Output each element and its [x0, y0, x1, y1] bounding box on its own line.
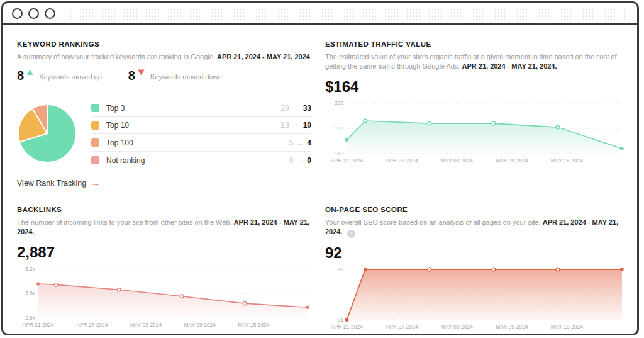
svg-text:MAY 03 2024: MAY 03 2024	[130, 322, 162, 328]
svg-text:MAY 15 2024: MAY 15 2024	[551, 324, 584, 330]
date-range: APR 21, 2024 - MAY 21, 2024.	[462, 62, 557, 70]
pie-legend: Top 3 29→33 Top 10 13→10 Top 100 5→4	[91, 99, 311, 169]
panel-description: Your overall SEO score based on an analy…	[325, 218, 626, 238]
seo-score-chart: 9291APR 21 2024APR 27 2024MAY 03 2024MAY…	[325, 264, 626, 330]
svg-text:APR 27 2024: APR 27 2024	[386, 324, 418, 330]
window-titlebar	[3, 3, 637, 25]
panel-title: ON-PAGE SEO SCORE	[325, 206, 626, 213]
backlinks-count: 2,887	[17, 244, 311, 261]
window-control-icon[interactable]	[45, 8, 55, 19]
panel-description: The number of incoming links to your sit…	[17, 218, 311, 237]
svg-text:160: 160	[335, 150, 344, 157]
panel-estimated-traffic-value: ESTIMATED TRAFFIC VALUE The estimated va…	[325, 40, 626, 188]
date-range: APR 21, 2024 - MAY 21, 2024	[217, 53, 310, 60]
panel-description: A summary of how your tracked keywords a…	[17, 52, 311, 62]
backlinks-chart: 3.2k3.0k2.8kAPR 21 2024APR 27 2024MAY 03…	[17, 264, 311, 329]
triangle-down-icon	[138, 69, 145, 75]
legend-row-top100: Top 100 5→4	[91, 134, 311, 152]
svg-text:MAY 09 2024: MAY 09 2024	[496, 324, 528, 330]
keyword-rankings-pie-chart	[17, 103, 77, 164]
arrow-right-icon: →	[293, 156, 307, 165]
svg-text:MAY 15 2024: MAY 15 2024	[551, 157, 584, 164]
keyword-movement-stats: 8 Keywords moved up 8 Keywords moved dow…	[17, 69, 311, 82]
svg-text:APR 27 2024: APR 27 2024	[386, 157, 418, 164]
svg-text:APR 27 2024: APR 27 2024	[76, 322, 108, 328]
svg-text:91: 91	[338, 317, 344, 323]
panel-description: The estimated value of your site's organ…	[325, 52, 626, 72]
legend-swatch	[91, 138, 99, 147]
panel-onpage-seo-score: ON-PAGE SEO SCORE Your overall SEO score…	[325, 206, 626, 335]
arrow-right-icon: →	[293, 138, 307, 147]
svg-text:3.2k: 3.2k	[25, 266, 36, 272]
address-bar-placeholder	[69, 7, 627, 20]
dashboard-grid: KEYWORD RANKINGS A summary of how your t…	[3, 25, 637, 335]
svg-text:APR 21 2024: APR 21 2024	[331, 157, 363, 164]
traffic-value-chart: 200180160APR 21 2024APR 27 2024MAY 03 20…	[325, 98, 626, 164]
svg-text:MAY 03 2024: MAY 03 2024	[441, 324, 474, 330]
legend-swatch	[91, 121, 99, 130]
stat-moved-up: 8 Keywords moved up	[17, 69, 102, 82]
legend-swatch	[91, 156, 99, 164]
stat-moved-down: 8 Keywords moved down	[128, 69, 222, 82]
panel-backlinks: BACKLINKS The number of incoming links t…	[17, 206, 311, 335]
panel-title: BACKLINKS	[17, 206, 311, 213]
help-icon[interactable]: ?	[347, 230, 355, 238]
svg-text:92: 92	[338, 266, 344, 273]
svg-text:MAY 15 2024: MAY 15 2024	[238, 322, 269, 328]
panel-keyword-rankings: KEYWORD RANKINGS A summary of how your t…	[17, 40, 311, 188]
arrow-right-icon: →	[289, 104, 303, 113]
legend-row-top10: Top 10 13→10	[91, 117, 311, 135]
panel-title: ESTIMATED TRAFFIC VALUE	[325, 40, 626, 48]
svg-text:180: 180	[335, 125, 344, 132]
svg-text:3.0k: 3.0k	[25, 290, 36, 296]
legend-row-top3: Top 3 29→33	[91, 99, 311, 117]
browser-window: KEYWORD RANKINGS A summary of how your t…	[1, 1, 639, 335]
panel-title: KEYWORD RANKINGS	[17, 40, 311, 48]
svg-text:200: 200	[335, 100, 344, 106]
window-control-icon[interactable]	[28, 8, 39, 19]
seo-score-value: 92	[325, 244, 626, 262]
window-control-icon[interactable]	[12, 8, 23, 19]
svg-text:APR 21 2024: APR 21 2024	[331, 324, 363, 330]
divider	[17, 91, 311, 91]
svg-text:MAY 09 2024: MAY 09 2024	[184, 322, 216, 328]
svg-text:MAY 03 2024: MAY 03 2024	[441, 157, 474, 164]
triangle-up-icon	[26, 69, 33, 75]
view-rank-tracking-link[interactable]: View Rank Tracking →	[17, 178, 100, 188]
arrow-right-icon: →	[289, 121, 303, 130]
svg-text:MAY 09 2024: MAY 09 2024	[496, 157, 528, 164]
arrow-right-icon: →	[91, 178, 100, 188]
svg-text:APR 21 2024: APR 21 2024	[23, 322, 54, 328]
legend-row-not-ranking: Not ranking 0→0	[91, 152, 311, 169]
svg-text:2.8k: 2.8k	[25, 315, 36, 321]
legend-swatch	[91, 104, 99, 112]
traffic-value: $164	[325, 78, 626, 96]
